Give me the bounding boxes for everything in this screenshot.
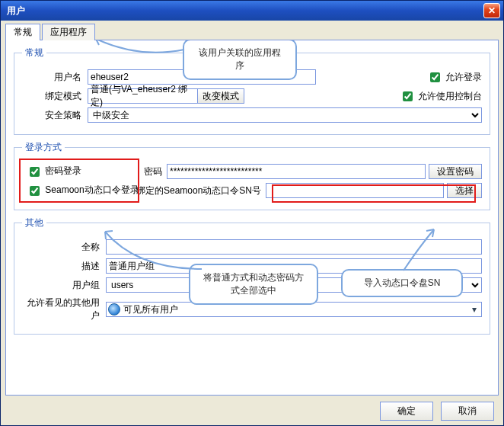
- pwd-label: 密码: [136, 165, 167, 178]
- allow-console-label: 允许使用控制台: [418, 90, 482, 101]
- pwd-login-label: 密码登录: [45, 165, 81, 176]
- pwd-login-checkbox[interactable]: [30, 167, 40, 177]
- callout-mid: 将普通方式和动态密码方式全部选中: [189, 264, 318, 305]
- group-other-legend: 其他: [22, 216, 46, 229]
- visible-label: 允许看见的其他用户: [22, 296, 106, 322]
- policy-label: 安全策略: [22, 109, 88, 122]
- allow-console-checkbox[interactable]: [403, 91, 413, 101]
- username-label: 用户名: [22, 71, 88, 84]
- group-login-legend: 登录方式: [22, 141, 65, 154]
- desc-label: 描述: [22, 260, 106, 273]
- titlebar: 用户 ✕: [1, 1, 503, 21]
- seamoon-checkbox[interactable]: [30, 186, 40, 196]
- allow-login-field[interactable]: 允许登录: [427, 70, 482, 85]
- choose-sn-button[interactable]: 选择: [447, 183, 482, 198]
- tab-general[interactable]: 常规: [5, 24, 40, 40]
- pwd-login-field[interactable]: 密码登录: [27, 165, 81, 176]
- fullname-label: 全称: [22, 241, 106, 254]
- tab-bar: 常规 应用程序: [5, 24, 499, 40]
- callout-right: 导入动态口令盘SN: [341, 269, 463, 297]
- close-button[interactable]: ✕: [483, 3, 500, 18]
- footer: 确定 取消: [5, 396, 499, 421]
- allow-login-label: 允许登录: [445, 71, 482, 82]
- policy-select[interactable]: 中级安全: [88, 107, 482, 123]
- group-login: 登录方式 密码登录 密码 设置密码: [14, 141, 490, 210]
- visible-value: 可见所有用户: [123, 303, 468, 316]
- ok-button[interactable]: 确定: [380, 402, 433, 421]
- callout-top: 该用户关联的应用程序: [183, 40, 297, 80]
- close-icon: ✕: [488, 5, 496, 16]
- seamoon-label: Seamoon动态口令登录: [45, 184, 139, 195]
- cancel-button[interactable]: 取消: [441, 402, 494, 421]
- tab-apps[interactable]: 应用程序: [42, 24, 95, 40]
- allow-login-checkbox[interactable]: [430, 72, 440, 82]
- change-mode-button[interactable]: 改变模式: [197, 89, 244, 103]
- seamoon-field[interactable]: Seamoon动态口令登录: [27, 184, 139, 195]
- pwd-input[interactable]: [167, 164, 426, 179]
- sn-input[interactable]: [266, 183, 444, 198]
- group-label: 用户组: [22, 279, 106, 292]
- chevron-down-icon[interactable]: ▾: [468, 304, 480, 315]
- allow-console-field[interactable]: 允许使用控制台: [400, 89, 482, 104]
- bind-value: 普通(与VA_eheuser2 绑定): [88, 83, 197, 109]
- window-title: 用户: [7, 5, 25, 18]
- sn-label: 绑定的Seamoon动态口令SN号: [136, 184, 266, 197]
- bind-label: 绑定模式: [22, 90, 88, 103]
- globe-icon: [108, 303, 120, 315]
- group-general-legend: 常规: [22, 46, 46, 59]
- tab-panel: 常规 用户名 允许登录 绑定模式 普通(与VA_eheuser2 绑定) 改变模…: [5, 40, 499, 396]
- set-password-button[interactable]: 设置密码: [429, 164, 482, 179]
